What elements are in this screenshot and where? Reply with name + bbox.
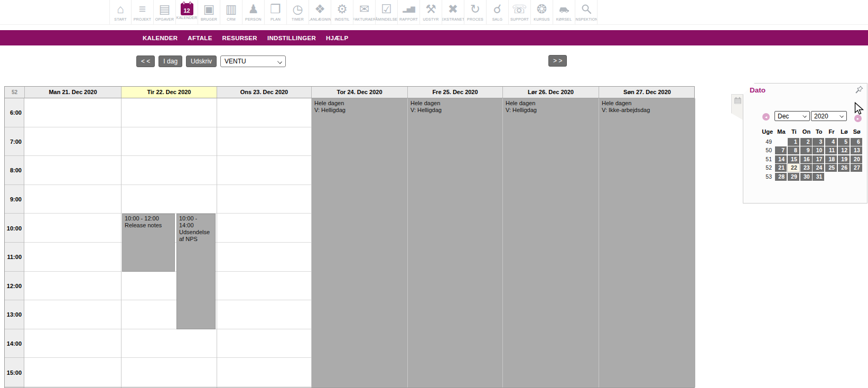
dow-header-loe: Lø [838,128,851,137]
toolbar-item-rapport[interactable]: ▂▅▇RAPPORT [398,0,420,24]
mini-day-31[interactable]: 31 [813,173,824,181]
event-time: 10:00 - 12:00 [125,215,172,222]
toolbar-item-crm[interactable]: ▥CRM [220,0,242,24]
toolbar-item-kalender[interactable]: 12KALENDER [176,0,198,24]
mini-day-10[interactable]: 10 [813,146,824,154]
mini-day-15[interactable]: 15 [788,155,799,163]
mini-day-26[interactable]: 26 [838,164,850,172]
mini-day-5[interactable]: 5 [838,138,850,146]
menu-item-kalender[interactable]: KALENDER [143,35,178,41]
mini-day-empty [851,173,862,181]
toolbar-item-label: INSPEKTION [575,17,598,21]
toolbar-item-salg[interactable]: ☌SALG [487,0,509,24]
toolbar-item-opgaver[interactable]: ▤OPGAVER [154,0,176,24]
toolbar-item-timer[interactable]: ◷TIMER [287,0,309,24]
date-panel-tab[interactable] [731,94,744,121]
allday-label: Hele dagen [410,100,500,107]
mini-day-22[interactable]: 22 [788,164,799,172]
year-select[interactable]: 2020 [811,111,847,121]
toolbar-item-indstil[interactable]: ⚙INDSTIL [331,0,353,24]
mini-day-25[interactable]: 25 [825,164,837,172]
mini-day-27[interactable]: 27 [851,164,862,172]
mini-day-13[interactable]: 13 [851,146,862,154]
shaded-day-column-tor-24[interactable]: Hele dagenV: Helligdag [312,98,407,387]
mini-day-24[interactable]: 24 [813,164,824,172]
mini-day-23[interactable]: 23 [800,164,812,172]
shaded-day-column-fre-25[interactable]: Hele dagenV: Helligdag [408,98,502,387]
toolbar-item-koersel[interactable]: KØRSEL [553,0,575,24]
mini-day-29[interactable]: 29 [788,173,799,181]
toolbar-item-projekt[interactable]: ≡PROJEKT [132,0,154,24]
day-header-ons-23[interactable]: Ons 23. Dec 2020 [217,87,311,98]
menu-item-hjaelp[interactable]: HJÆLP [326,35,348,41]
prev-week-button[interactable]: < < [136,56,155,67]
toolbar-item-proces[interactable]: ↻PROCES [464,0,487,24]
toolbar-item-support[interactable]: ☏SUPPORT [509,0,531,24]
toolbar-item-ekstranet[interactable]: ✖EKSTRANET [442,0,464,24]
shaded-day-column-soen-27[interactable]: Hele dagenV: Ikke-arbejdsdag [599,98,695,387]
mini-day-17[interactable]: 17 [813,155,824,163]
mini-day-4[interactable]: 4 [825,138,837,146]
home-icon: ⌂ [110,1,131,17]
reminders-checklist-icon: ☑ [376,1,397,17]
toolbar-item-label: PLAN [270,17,281,21]
toolbar-item-planlaegning[interactable]: ❖PLANLÆGNING [309,0,331,24]
mini-day-11[interactable]: 11 [825,146,837,154]
time-label-800: 8:00 [5,156,22,185]
driving-car-icon [554,1,575,17]
calendar-event-udsendelse-nps[interactable]: 10:00 - 14:00 Udsendelse af NPS [176,214,216,329]
mini-day-3[interactable]: 3 [813,138,824,146]
plan-book-icon: ❐ [265,1,286,17]
mini-day-14[interactable]: 14 [775,155,787,163]
pin-icon[interactable] [855,85,864,94]
toolbar-item-label: PROJEKT [134,17,152,21]
today-button[interactable]: I dag [158,56,182,67]
allday-event-text: V: Helligdag [506,107,596,114]
mini-day-1[interactable]: 1 [788,138,799,146]
mini-day-19[interactable]: 19 [838,155,850,163]
mini-day-9[interactable]: 9 [800,146,812,154]
shaded-day-column-loer-26[interactable]: Hele dagenV: Helligdag [503,98,599,387]
dow-header-ma: Ma [775,128,788,137]
mini-day-18[interactable]: 18 [825,155,837,163]
month-select[interactable]: Dec [774,111,810,121]
menu-item-indstillinger[interactable]: INDSTILLINGER [267,35,316,41]
toolbar-item-plan[interactable]: ❐PLAN [265,0,287,24]
day-header-man-21[interactable]: Man 21. Dec 2020 [24,87,121,98]
view-select[interactable]: VENTU [220,56,286,67]
next-week-button[interactable]: > > [548,55,567,67]
toolbar-item-kursus[interactable]: ❂KURSUS [531,0,553,24]
day-header-fre-25[interactable]: Fre 25. Dec 2020 [407,87,502,98]
toolbar-item-inspektion[interactable]: INSPEKTION [575,0,598,24]
toolbar-item-paamindelser[interactable]: ☑PÅMINDELSER [376,0,398,24]
prev-month-button[interactable]: ◄ [762,113,770,121]
mini-day-7[interactable]: 7 [775,146,787,154]
week-calendar-grid: 6:007:008:009:0010:0011:0012:0013:0014:0… [4,86,695,388]
day-header-soen-27[interactable]: Søn 27. Dec 2020 [599,87,695,98]
toolbar-item-udstyr[interactable]: ⚒UDSTYR [420,0,442,24]
mini-day-2[interactable]: 2 [800,138,812,146]
toolbar-item-bruger[interactable]: ▣BRUGER [198,0,220,24]
mini-day-empty [775,138,787,146]
toolbar-item-fakturaer[interactable]: ✉FAKTURAER [353,0,376,24]
mini-day-21[interactable]: 21 [775,164,787,172]
print-button[interactable]: Udskriv [186,56,217,67]
mini-day-20[interactable]: 20 [851,155,862,163]
calendar-event-release-notes[interactable]: 10:00 - 12:00 Release notes [122,214,175,272]
support-phone-icon: ☏ [509,1,530,17]
mini-day-30[interactable]: 30 [800,173,812,181]
mini-day-28[interactable]: 28 [775,173,787,181]
mini-day-6[interactable]: 6 [851,138,862,146]
toolbar-item-label: INDSTIL [334,17,349,21]
day-header-tor-24[interactable]: Tor 24. Dec 2020 [311,87,407,98]
time-label-1100: 11:00 [5,243,22,272]
day-header-tir-22[interactable]: Tir 22. Dec 2020 [121,87,217,98]
day-header-loer-26[interactable]: Lør 26. Dec 2020 [502,87,599,98]
toolbar-item-start[interactable]: ⌂START [109,0,132,24]
mini-day-16[interactable]: 16 [800,155,812,163]
toolbar-item-person[interactable]: ♟PERSON [242,0,265,24]
mini-day-12[interactable]: 12 [838,146,850,154]
menu-item-aftale[interactable]: AFTALE [188,35,212,41]
mini-day-8[interactable]: 8 [788,146,799,154]
menu-item-resurser[interactable]: RESURSER [222,35,257,41]
